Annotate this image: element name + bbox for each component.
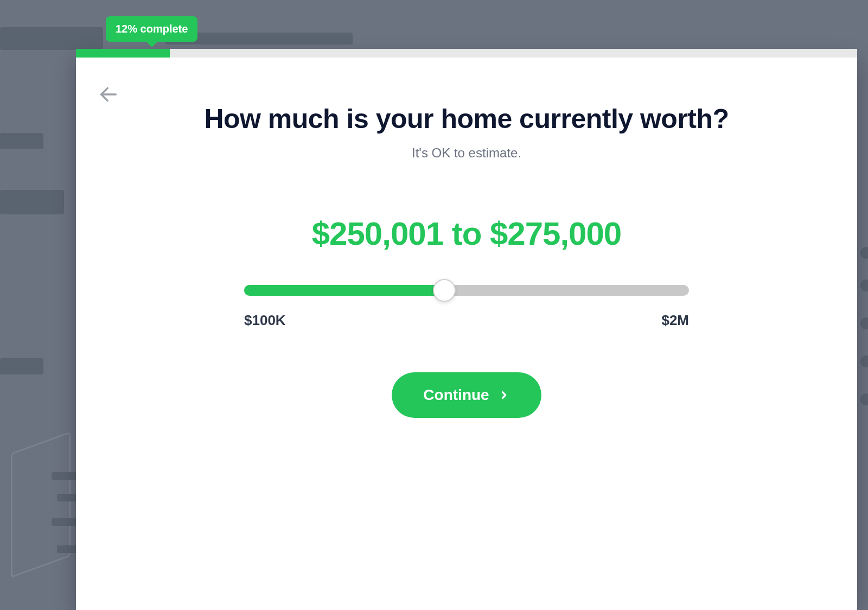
bg-placeholder bbox=[57, 545, 79, 553]
slider-max-label: $2M bbox=[661, 312, 689, 329]
progress-fill bbox=[76, 49, 170, 58]
bg-placeholder bbox=[57, 494, 79, 501]
chevron-right-icon bbox=[498, 389, 510, 401]
slider-fill bbox=[244, 285, 444, 296]
continue-label: Continue bbox=[423, 386, 489, 404]
question-subtitle: It's OK to estimate. bbox=[412, 145, 521, 161]
slider-value-display: $250,001 to $275,000 bbox=[312, 215, 621, 252]
bg-placeholder bbox=[52, 518, 79, 526]
progress-tooltip: 12% complete bbox=[106, 16, 197, 42]
content-area: How much is your home currently worth? I… bbox=[76, 103, 857, 418]
question-card: 12% complete How much is your home curre… bbox=[76, 54, 857, 610]
bg-placeholder bbox=[52, 472, 79, 480]
bg-placeholder bbox=[0, 358, 43, 374]
question-title: How much is your home currently worth? bbox=[204, 103, 729, 135]
slider-min-label: $100K bbox=[244, 312, 286, 329]
bg-placeholder bbox=[11, 431, 71, 578]
arrow-left-icon bbox=[98, 84, 119, 105]
slider-labels: $100K $2M bbox=[244, 312, 689, 329]
bg-placeholder bbox=[0, 190, 64, 214]
progress-bar bbox=[76, 49, 857, 58]
slider-track[interactable] bbox=[244, 285, 689, 296]
slider-thumb[interactable] bbox=[433, 279, 456, 302]
bg-placeholder bbox=[0, 27, 103, 50]
home-value-slider[interactable]: $100K $2M bbox=[244, 285, 689, 329]
bg-placeholder bbox=[0, 133, 43, 149]
continue-button[interactable]: Continue bbox=[392, 372, 541, 418]
